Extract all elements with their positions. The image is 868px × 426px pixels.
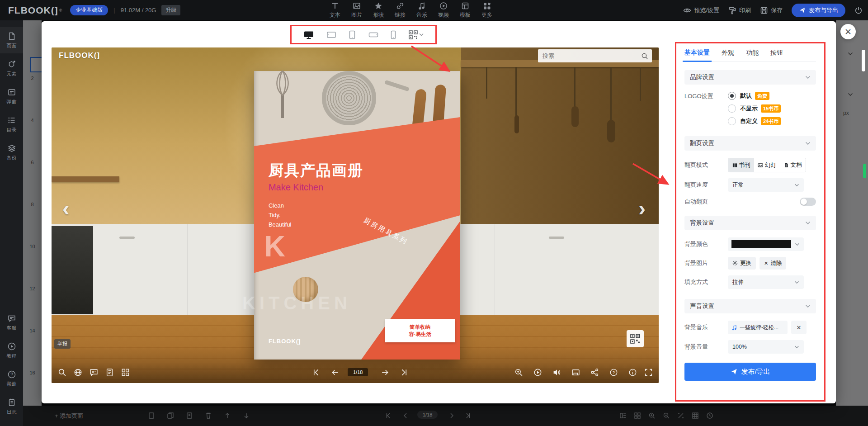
sidebar-item-support[interactable]: 客服 [0, 309, 23, 336]
tool-shape[interactable]: 形状 [368, 2, 389, 19]
report-button[interactable]: 举报 [54, 339, 71, 349]
tool-music[interactable]: 音乐 [411, 2, 432, 19]
section-background-settings[interactable]: 背景设置 [684, 216, 816, 230]
scroll-indicator[interactable] [863, 164, 866, 178]
prev-page-icon[interactable] [331, 368, 340, 377]
mode-document-button[interactable]: 文档 [780, 158, 806, 172]
zoom-search-icon[interactable] [58, 368, 66, 377]
flipbook-cover[interactable]: 厨具产品画册 Make Kitchen Clean Tidy. Beautifu… [254, 71, 460, 360]
cover-tagline: Clean [269, 202, 284, 209]
tab-basic-settings[interactable]: 基本设置 [684, 49, 710, 57]
first-page-icon[interactable] [312, 368, 321, 377]
search-icon[interactable] [641, 52, 648, 60]
fill-mode-select[interactable]: 拉伸 [728, 275, 804, 289]
sidebar-item-tutorial[interactable]: 教程 [0, 337, 23, 364]
divider: | [113, 7, 115, 14]
search-input[interactable] [542, 52, 641, 60]
logo-option-custom[interactable]: 自定义 24书币 [728, 117, 781, 125]
sidebar-item-help[interactable]: ? 帮助 [0, 365, 23, 392]
left-sidebar: 页面 元素 弹窗 目录 备份 客服 教程 ? 帮助 [0, 20, 23, 426]
fullscreen-icon[interactable] [644, 368, 653, 377]
remove-music-button[interactable]: ✕ [791, 321, 807, 334]
auto-flip-toggle[interactable] [800, 198, 816, 206]
radio-selected[interactable] [728, 92, 736, 100]
sidebar-item-pages[interactable]: 页面 [0, 27, 23, 53]
next-page-icon[interactable] [381, 368, 389, 377]
sidebar-item-popup[interactable]: 弹窗 [0, 83, 23, 109]
bg-volume-select[interactable]: 100% [728, 340, 804, 354]
radio-unselected[interactable] [728, 104, 736, 113]
save-button[interactable]: 保存 [760, 6, 783, 14]
device-phone-landscape-button[interactable] [368, 32, 378, 38]
info-icon[interactable] [628, 368, 637, 377]
upgrade-button[interactable]: 升级 [161, 5, 180, 15]
pages-grid-icon[interactable] [121, 368, 130, 377]
bg-image-replace-button[interactable]: 更换 [728, 257, 756, 270]
help-icon[interactable]: ? [609, 368, 618, 377]
last-page-icon[interactable] [400, 368, 408, 377]
power-button[interactable] [854, 6, 863, 14]
section-brand-settings[interactable]: 品牌设置 [684, 70, 816, 85]
preview-settings-button[interactable]: 预览/设置 [683, 6, 719, 14]
viewer-logo: FLBOOK(] [59, 51, 100, 60]
tool-template[interactable]: 模板 [455, 2, 476, 19]
comment-icon[interactable] [90, 368, 98, 377]
radio-unselected[interactable] [728, 117, 736, 125]
catalog-icon[interactable] [105, 368, 114, 377]
scrollbar-thumb[interactable] [862, 50, 865, 71]
tool-more[interactable]: 更多 [476, 2, 497, 19]
whisk-photo [267, 69, 298, 119]
tab-buttons[interactable]: 按钮 [770, 49, 783, 57]
publish-export-button[interactable]: 发布与导出 [792, 4, 845, 17]
close-icon: ✕ [844, 27, 852, 37]
close-modal-button[interactable]: ✕ [840, 24, 856, 39]
mode-slide-button[interactable]: 幻灯 [754, 158, 780, 172]
device-tablet-landscape-button[interactable] [326, 31, 336, 39]
sound-icon[interactable] [552, 368, 561, 377]
star-icon [374, 2, 382, 10]
bg-music-select[interactable]: 一些旋律-轻松... [728, 321, 788, 334]
print-button[interactable]: 印刷 [728, 6, 751, 14]
tool-text[interactable]: 文本 [325, 2, 345, 19]
tool-image[interactable]: 图片 [346, 2, 367, 19]
sidebar-item-toc[interactable]: 目录 [0, 111, 23, 137]
chevron-down-icon [794, 184, 799, 187]
tab-features[interactable]: 功能 [746, 49, 759, 57]
logo-option-default[interactable]: 默认 免费 [728, 92, 781, 100]
hanging-utensil [607, 120, 615, 142]
bg-color-picker[interactable] [728, 237, 804, 251]
device-tablet-portrait-button[interactable] [348, 30, 356, 39]
flip-mode-segmented: 书刊 幻灯 文档 [728, 158, 806, 172]
sidebar-item-log[interactable]: 日志 [0, 393, 23, 420]
next-page-arrow[interactable]: › [638, 198, 646, 219]
tool-video[interactable]: 视频 [433, 2, 454, 19]
tab-appearance[interactable]: 外观 [722, 49, 734, 57]
language-globe-icon[interactable] [74, 368, 82, 377]
viewer-mode-icon[interactable] [571, 368, 580, 377]
prev-page-arrow[interactable]: ‹ [62, 198, 70, 219]
text-icon [331, 2, 339, 10]
device-phone-portrait-button[interactable] [390, 30, 396, 39]
element-icon [7, 60, 16, 69]
share-icon[interactable] [590, 368, 599, 377]
zoom-in-icon[interactable] [514, 368, 523, 377]
cabinet-handle [119, 237, 135, 239]
flip-speed-select[interactable]: 正常 [728, 178, 804, 192]
tool-link[interactable]: 链接 [390, 2, 410, 19]
panel-publish-button[interactable]: 发布/导出 [684, 363, 816, 381]
device-desktop-button[interactable] [303, 30, 314, 39]
autoplay-icon[interactable] [533, 368, 542, 377]
logo-option-hide[interactable]: 不显示 15书币 [728, 104, 781, 113]
sidebar-item-backup[interactable]: 备份 [0, 139, 23, 166]
mode-book-button[interactable]: 书刊 [728, 158, 754, 172]
section-flip-settings[interactable]: 翻页设置 [684, 136, 816, 151]
sidebar-item-elements[interactable]: 元素 [0, 55, 23, 81]
qr-code-button[interactable] [627, 330, 644, 347]
section-sound-settings[interactable]: 声音设置 [684, 299, 816, 313]
flipbook-preview: FLBOOK(] ‹ › 厨具产品画册 Make Kitchen Clean [52, 47, 659, 383]
question-circle-icon: ? [7, 370, 16, 379]
bg-image-clear-button[interactable]: ✕ 清除 [760, 257, 786, 270]
device-qr-button[interactable] [409, 30, 424, 39]
eye-icon [683, 6, 691, 14]
left-shelf [52, 176, 119, 182]
